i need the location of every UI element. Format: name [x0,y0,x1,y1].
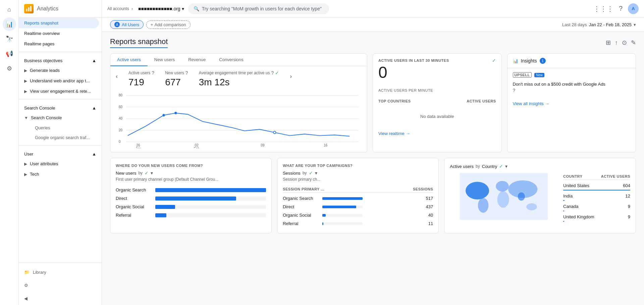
prev-metric-icon[interactable]: ‹ [116,70,118,80]
view-all-insights-link[interactable]: View all insights → [513,101,631,106]
sidebar-item-tech[interactable]: ▶ Tech [19,169,99,179]
insights-badge: 1 [540,58,546,64]
date-value: Jan 22 - Feb 18, 2025 [589,22,632,27]
view-user-label: View user engagement & rete... [30,89,91,94]
metric-engagement-value: 3m 12s [199,77,279,88]
bar-0 [155,188,266,192]
sidebar-section-search-console[interactable]: Search Console ▲ [19,102,102,113]
home-nav-icon[interactable]: ⌂ [3,3,16,16]
realtime-overview-label: Realtime overview [24,31,60,36]
ct-users-1: 12 [626,193,630,199]
chip-icon: A [114,22,120,27]
reports-nav-icon[interactable]: 📊 [3,17,16,31]
search-bar[interactable]: 🔍 Try searching "MoM growth in users for… [188,3,329,14]
tab-active-users[interactable]: Active users [110,54,148,66]
sidebar-item-view-user[interactable]: ▶ View user engagement & rete... [19,86,99,96]
sessions-label-0: Organic Search [283,196,320,201]
ct-bar-2 [563,211,564,211]
filter-right: Last 28 days Jan 22 - Feb 18, 2025 ▾ [562,22,636,27]
svg-point-14 [174,112,177,114]
svg-rect-1 [28,7,30,11]
ct-country-3: United Kingdom [563,214,594,219]
help-icon[interactable]: ? [619,5,623,12]
all-accounts[interactable]: All accounts › [107,6,134,11]
sessions-row-0-inner: Organic Search [283,196,426,201]
sessions-bar-container-2 [322,214,363,217]
campaigns-subtitle: Session primary ch... [283,177,433,182]
sidebar-section-business-objectives[interactable]: Business objectives ▲ [19,55,102,65]
collapse-icon: ◀ [24,296,28,301]
share-icon[interactable]: ↑ [615,39,618,46]
view-realtime-link[interactable]: View realtime → [378,131,496,136]
sidebar-item-user-attributes[interactable]: ▶ User attributes [19,159,99,169]
help-icon-active[interactable]: ? [152,70,154,76]
rt-label-row: ACTIVE USERS IN LAST 30 MINUTES ✓ [378,58,496,63]
svg-point-29 [527,203,537,210]
search-icon: 🔍 [194,6,199,11]
next-metric-icon[interactable]: › [290,70,292,80]
avatar[interactable]: A [628,3,639,14]
svg-text:20: 20 [119,128,122,132]
sidebar-sub-item-queries[interactable]: Queries [19,123,102,133]
add-comparison-button[interactable]: + Add comparison [146,20,191,29]
edit-icon[interactable]: ✎ [631,39,636,46]
help-icon-eng[interactable]: ? [271,70,274,76]
apps-icon[interactable]: ⋮⋮⋮ [593,5,613,13]
bar-3 [155,213,166,217]
sidebar-item-search-console[interactable]: ▼ Search Console [19,113,99,123]
ct-users-3: 9 [628,214,630,219]
sidebar-item-generate-leads[interactable]: ▶ Generate leads [19,65,99,76]
sidebar-section-user[interactable]: User ▲ [19,148,102,159]
new-badge: New [534,73,544,77]
sidebar-item-realtime-pages[interactable]: Realtime pages [19,39,99,49]
sidebar-item-reports-snapshot[interactable]: Reports snapshot [19,18,99,28]
view-toggle-icon[interactable]: ⊞ [606,39,611,46]
sessions-value-0: 517 [426,196,433,201]
sidebar-item-realtime-overview[interactable]: Realtime overview [19,28,99,39]
sidebar-collapse[interactable]: ◀ [19,292,102,305]
ins-body: UPSELL New Don't miss out on a $500 cred… [507,68,636,97]
explore-nav-icon[interactable]: 🔭 [3,32,16,46]
date-dropdown-icon[interactable]: ▾ [634,22,636,27]
tab-revenue[interactable]: Revenue [181,54,212,66]
admin-nav-icon[interactable]: ⚙ [3,62,16,75]
expand-icon-user-attr: ▶ [24,162,27,166]
sessions-label-2: Organic Social [283,213,320,218]
help-icon-ins[interactable]: ? [513,88,516,93]
generate-leads-label: Generate leads [30,68,60,73]
help-icon-new[interactable]: ? [185,70,188,76]
tab-new-users[interactable]: New users [148,54,181,66]
tab-conversions[interactable]: Conversions [212,54,250,66]
where-row-1: Direct [116,194,266,203]
dropdown-icon-camp[interactable]: ▾ [315,170,317,176]
svg-text:09: 09 [261,143,265,147]
all-users-chip[interactable]: A All Users [110,20,144,29]
dropdown-icon-country[interactable]: ▾ [505,164,507,169]
chart-svg: 80 60 40 20 0 [116,92,362,148]
account-name[interactable]: ■■■■■■■■■■■■.org ▾ [138,6,184,11]
advertising-nav-icon[interactable]: 📢 [3,47,16,60]
dropdown-icon-where[interactable]: ▾ [151,170,153,176]
bar-1 [155,197,236,201]
svg-point-13 [162,114,165,116]
svg-point-24 [478,198,489,213]
compare-icon[interactable]: ⊙ [622,39,627,46]
svg-text:80: 80 [119,93,122,97]
view-realtime-label: View realtime [378,131,405,136]
svg-text:60: 60 [119,105,122,108]
sidebar-sub-item-google-organic[interactable]: Google organic search traf... [19,133,102,142]
sidebar-library[interactable]: 📁 Library [19,266,102,279]
filter-left: A All Users + Add comparison [110,20,191,29]
sidebar-settings[interactable]: ⚙ [19,279,102,292]
country-country: Country [482,164,497,169]
view-insights-label: View all insights [513,101,544,106]
bar-container-0 [155,188,266,192]
sessions-row-3: Referral 11 [283,219,433,228]
sidebar-item-understand-web[interactable]: ▶ Understand web and/or app t... [19,76,99,86]
sidebar: Analytics Reports snapshot Realtime over… [19,0,102,305]
check-icon-camp: ✓ [309,170,313,176]
topbar: All accounts › ■■■■■■■■■■■■.org ▾ 🔍 Try … [102,0,644,17]
expand-icon-generate-leads: ▶ [24,68,27,73]
avatar-initials: A [632,6,635,11]
svg-text:0: 0 [119,140,121,143]
